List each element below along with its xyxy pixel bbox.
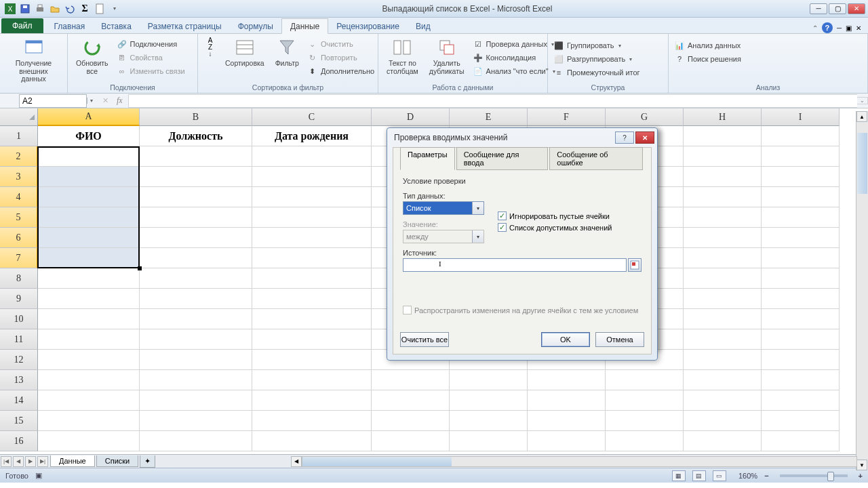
col-header-A[interactable]: A — [38, 108, 140, 126]
sort-az-button[interactable]: AZ↓ — [202, 35, 218, 60]
cell[interactable] — [372, 390, 450, 411]
cell[interactable] — [38, 228, 140, 248]
cell[interactable] — [140, 411, 252, 431]
cell[interactable] — [606, 411, 684, 431]
cell[interactable] — [140, 268, 252, 289]
select-all-corner[interactable] — [0, 108, 38, 126]
row-header[interactable]: 7 — [0, 248, 38, 268]
normal-view-button[interactable]: ▦ — [672, 470, 686, 481]
cell[interactable] — [140, 146, 252, 167]
cell[interactable] — [252, 146, 372, 167]
workbook-close-icon[interactable]: ✕ — [856, 24, 861, 32]
dialog-titlebar[interactable]: Проверка вводимых значений ? ✕ — [387, 128, 657, 147]
scroll-thumb[interactable] — [857, 133, 867, 194]
cell[interactable] — [450, 370, 528, 390]
cell[interactable] — [606, 370, 684, 390]
reapply-button[interactable]: ↻Повторить — [306, 52, 376, 64]
page-layout-view-button[interactable]: ▤ — [692, 470, 706, 481]
cell[interactable] — [252, 289, 372, 309]
ungroup-button[interactable]: ⬜Разгруппировать▾ — [552, 53, 642, 65]
name-box[interactable]: A2 — [19, 94, 87, 108]
cell[interactable] — [684, 370, 762, 390]
qat-more-icon[interactable]: ▾ — [108, 3, 121, 15]
cell[interactable] — [606, 431, 684, 451]
dialog-help-button[interactable]: ? — [615, 131, 634, 144]
row-header[interactable]: 12 — [0, 350, 38, 370]
advanced-filter-button[interactable]: ⬍Дополнительно — [306, 65, 376, 77]
cell[interactable] — [684, 167, 762, 187]
group-button[interactable]: ⬛Группировать▾ — [552, 39, 642, 52]
cell[interactable] — [252, 329, 372, 350]
cell[interactable] — [38, 146, 140, 167]
cell[interactable] — [684, 126, 762, 146]
cell[interactable] — [762, 411, 840, 431]
first-sheet-button[interactable]: |◀ — [1, 456, 12, 467]
dialog-tab-error-alert[interactable]: Сообщение об ошибке — [549, 147, 643, 170]
cell[interactable] — [38, 411, 140, 431]
workbook-restore-icon[interactable]: ▣ — [846, 24, 852, 32]
filter-button[interactable]: Фильтр — [271, 35, 303, 69]
cell[interactable] — [528, 431, 606, 451]
data-validation-button[interactable]: ☑Проверка данных▾ — [471, 38, 557, 50]
cell[interactable] — [252, 309, 372, 329]
cell[interactable] — [450, 411, 528, 431]
cell[interactable] — [140, 248, 252, 268]
cell[interactable] — [762, 390, 840, 411]
row-header[interactable]: 5 — [0, 207, 38, 228]
last-sheet-button[interactable]: ▶| — [37, 456, 48, 467]
zoom-in-button[interactable]: + — [859, 472, 863, 480]
sheet-tab-lists[interactable]: Списки — [96, 455, 139, 467]
cell[interactable] — [372, 431, 450, 451]
checkbox-checked-icon[interactable]: ✓ — [498, 223, 507, 232]
row-header[interactable]: 9 — [0, 289, 38, 309]
row-header[interactable]: 11 — [0, 329, 38, 350]
cell[interactable] — [38, 187, 140, 207]
row-header[interactable]: 14 — [0, 390, 38, 411]
cell[interactable] — [140, 329, 252, 350]
cell[interactable] — [38, 329, 140, 350]
cell[interactable] — [528, 390, 606, 411]
whatif-button[interactable]: 📄Анализ "что если"▾ — [471, 65, 557, 77]
minimize-ribbon-icon[interactable]: ⌃ — [812, 24, 818, 32]
cell[interactable] — [252, 228, 372, 248]
cell[interactable] — [140, 228, 252, 248]
cell[interactable] — [762, 370, 840, 390]
cell[interactable] — [762, 268, 840, 289]
cell[interactable] — [252, 370, 372, 390]
ok-button[interactable]: OK — [541, 332, 590, 347]
horizontal-scrollbar[interactable] — [302, 456, 857, 467]
cell-C1[interactable]: Дата рождения — [252, 126, 372, 146]
cell[interactable] — [140, 390, 252, 411]
cell[interactable] — [606, 390, 684, 411]
open-icon[interactable] — [49, 3, 61, 15]
remove-duplicates-button[interactable]: Удалить дубликаты — [425, 35, 469, 77]
cell[interactable] — [762, 248, 840, 268]
cell[interactable] — [762, 207, 840, 228]
col-header-F[interactable]: F — [528, 108, 606, 126]
cell[interactable] — [762, 329, 840, 350]
cancel-formula-icon[interactable]: ✕ — [100, 96, 111, 105]
clear-filter-button[interactable]: ⌄Очистить — [306, 38, 376, 50]
cell[interactable] — [38, 390, 140, 411]
cell[interactable] — [684, 309, 762, 329]
col-header-B[interactable]: B — [140, 108, 252, 126]
cell[interactable] — [38, 431, 140, 451]
range-picker-button[interactable] — [628, 258, 642, 272]
cell[interactable] — [38, 207, 140, 228]
cell[interactable] — [140, 350, 252, 370]
row-header[interactable]: 16 — [0, 431, 38, 451]
dropdown-arrow-icon[interactable]: ▾ — [472, 202, 484, 214]
autosum-icon[interactable]: Σ — [79, 3, 91, 15]
col-header-H[interactable]: H — [684, 108, 762, 126]
cell[interactable] — [762, 146, 840, 167]
sheet-tab-data[interactable]: Данные — [50, 455, 95, 467]
row-header[interactable]: 6 — [0, 228, 38, 248]
cell[interactable] — [684, 187, 762, 207]
row-header[interactable]: 4 — [0, 187, 38, 207]
cell[interactable] — [684, 146, 762, 167]
cell[interactable] — [684, 329, 762, 350]
cell[interactable] — [684, 289, 762, 309]
cell[interactable] — [684, 248, 762, 268]
new-sheet-button[interactable]: ✦ — [140, 455, 155, 468]
cell[interactable] — [372, 370, 450, 390]
